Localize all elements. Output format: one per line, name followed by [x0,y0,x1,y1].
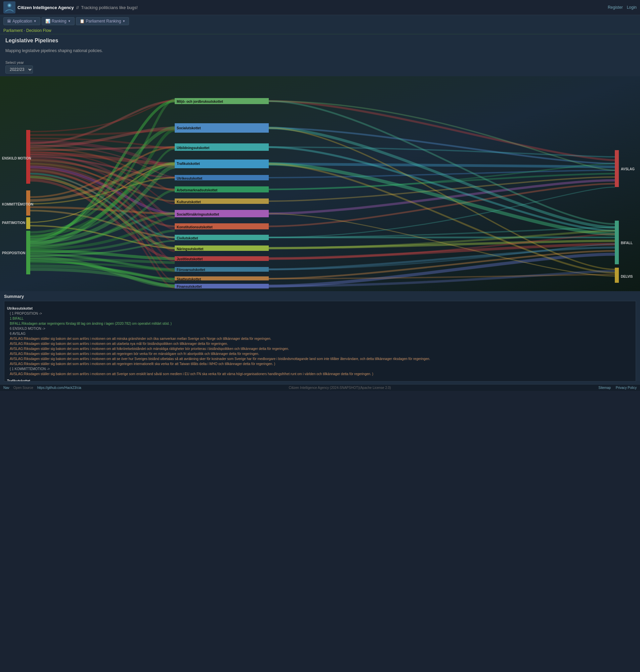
svg-text:DELVIS: DELVIS [621,275,633,279]
breadcrumb: Parliament - Decision Flow [0,27,640,34]
svg-text:Kulturutskottet: Kulturutskottet [177,200,201,204]
page-title: Legislative Pipelines [5,38,635,44]
svg-rect-6 [26,231,30,274]
breadcrumb-separator: - [24,28,26,33]
svg-text:ENSKILD MOTION: ENSKILD MOTION [2,156,31,160]
footer-github-link[interactable]: https://github.com/Hack23/cia [37,386,81,390]
svg-text:Civilutskottet: Civilutskottet [177,236,198,240]
sankey-chart: Miljö- och jordbruksutskottet Socialutsk… [0,76,640,291]
header-right: Register Login [608,5,637,10]
footer-sitemap-link[interactable]: Sitemap [598,386,611,390]
svg-rect-24 [615,268,619,283]
svg-text:Utrikesutskottet: Utrikesutskottet [177,177,203,180]
svg-text:Utbildningsutskottet: Utbildningsutskottet [177,146,210,150]
site-title: Citizen Intelligence Agency // Tracking … [17,5,138,10]
svg-text:Socialutskottet: Socialutskottet [177,126,201,130]
page-subtitle: Mapping legislative pipelines shaping na… [5,48,635,53]
svg-text:PROPOSITION: PROPOSITION [2,251,25,255]
svg-text:Justitieutskottet: Justitieutskottet [177,257,203,261]
svg-text:Försvarsutskottet: Försvarsutskottet [177,268,205,272]
breadcrumb-part2: Decision Flow [26,28,52,33]
header: Citizen Intelligence Agency // Tracking … [0,0,640,15]
footer-right: Sitemap Privacy Policy [598,386,637,390]
svg-text:BIFALL: BIFALL [621,241,632,245]
nav-application[interactable]: 🏛 Application [3,17,40,25]
logo-area: Citizen Intelligence Agency // Tracking … [3,1,138,13]
footer-copyright: Citizen Intelligence Agency (2024-SNAPSH… [289,386,391,390]
summary-section: Summary Utrikesutskottet{ 1 PROPOSITION … [0,291,640,384]
svg-text:Arbetsmarknadsutskottet: Arbetsmarknadsutskottet [177,189,218,192]
footer-opensource: Open Source [13,386,33,390]
nav-ranking[interactable]: 📊 Ranking [42,17,75,25]
footer: Nav Open Source https://github.com/Hack2… [0,384,640,391]
svg-text:KOMMITTÉMOTION: KOMMITTÉMOTION [2,202,33,206]
svg-text:Trafikutskottet: Trafikutskottet [177,162,200,166]
svg-text:PARTIMOTION: PARTIMOTION [2,221,25,225]
svg-point-1 [9,4,11,6]
footer-left: Nav Open Source https://github.com/Hack2… [3,386,81,390]
year-section: Select year 2018/19 2019/20 2020/21 2021… [0,58,640,76]
nav-parliament-ranking[interactable]: 📋 Parliament Ranking [76,17,129,25]
parliament-ranking-icon: 📋 [79,19,85,24]
svg-text:Skatteutskottet: Skatteutskottet [177,278,201,281]
header-left: Citizen Intelligence Agency // Tracking … [3,1,138,13]
navbar: 🏛 Application 📊 Ranking 📋 Parliament Ran… [0,15,640,27]
svg-rect-23 [615,221,619,264]
svg-rect-5 [26,217,30,229]
svg-text:Näringsutskottet: Näringsutskottet [177,247,204,251]
svg-text:AVSLAG: AVSLAG [621,167,635,171]
year-select[interactable]: 2018/19 2019/20 2020/21 2021/22 2022/23 … [5,65,33,74]
svg-text:Konstitutionsutskottet: Konstitutionsutskottet [177,225,213,229]
footer-nav[interactable]: Nav [3,386,10,390]
summary-content[interactable]: Utrikesutskottet{ 1 PROPOSITION ->1 BIFA… [4,301,636,382]
ranking-icon: 📊 [45,19,50,24]
summary-title: Summary [4,294,636,299]
breadcrumb-part1[interactable]: Parliament [3,28,23,33]
svg-text:Finansutskottet: Finansutskottet [177,285,202,288]
logo-icon [3,1,15,13]
footer-privacy-link[interactable]: Privacy Policy [616,386,637,390]
application-icon: 🏛 [7,19,11,24]
register-link[interactable]: Register [608,5,623,10]
svg-text:Miljö- och jordbruksutskottet: Miljö- och jordbruksutskottet [177,100,223,103]
year-label: Select year [5,60,635,64]
sankey-flows: Miljö- och jordbruksutskottet Socialutsk… [0,76,640,291]
login-link[interactable]: Login [627,5,637,10]
svg-rect-22 [615,150,619,187]
page-header: Legislative Pipelines Mapping legislativ… [0,34,640,58]
site-info: Citizen Intelligence Agency // Tracking … [17,5,138,10]
svg-text:Socialförsäkringsutskottet: Socialförsäkringsutskottet [177,213,219,216]
